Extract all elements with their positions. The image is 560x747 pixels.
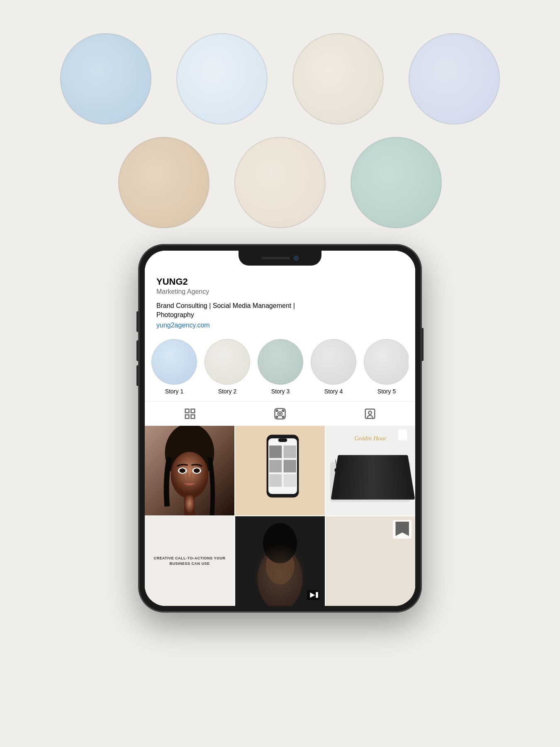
speaker-grill [261, 257, 290, 259]
highlight-story-3[interactable]: Story 3 [258, 339, 303, 395]
svg-rect-34 [335, 476, 407, 480]
phone-mockup-section: YUNG2 Marketing Agency Brand Consulting … [0, 245, 560, 612]
svg-point-15 [171, 452, 209, 498]
highlight-label-1: Story 1 [165, 388, 183, 395]
highlight-circle-3 [258, 339, 303, 385]
highlight-label-2: Story 2 [218, 388, 236, 395]
swatch-mint[interactable] [351, 137, 442, 228]
svg-text:Goldin Hour: Goldin Hour [354, 435, 387, 441]
grid-cell-face[interactable] [145, 426, 234, 515]
svg-line-41 [354, 457, 355, 468]
tab-grid[interactable] [184, 408, 196, 420]
svg-line-39 [345, 457, 346, 468]
profile-username: YUNG2 [156, 276, 404, 287]
highlights-row: Story 1 Story 2 Story 3 Story 4 [151, 339, 409, 395]
highlight-story-1[interactable]: Story 1 [151, 339, 197, 395]
svg-line-38 [340, 458, 341, 469]
grid-cell-phone-mockup[interactable] [235, 426, 325, 515]
svg-rect-33 [335, 468, 407, 472]
grid-cell-neutral[interactable] [326, 516, 415, 606]
svg-point-12 [369, 411, 372, 415]
svg-line-48 [386, 457, 387, 468]
highlight-label-5: Story 5 [377, 388, 396, 395]
profile-bio: Brand Consulting | Social Media Manageme… [156, 301, 404, 320]
highlight-circle-4 [311, 339, 356, 385]
phone-notch [239, 251, 321, 266]
swatch-beige[interactable] [118, 137, 209, 228]
front-camera [294, 256, 299, 261]
svg-rect-35 [335, 483, 407, 487]
highlight-story-5[interactable]: Story 5 [364, 339, 409, 395]
swatch-light-blue[interactable] [60, 33, 151, 124]
svg-rect-3 [191, 415, 195, 418]
tab-reels[interactable] [274, 408, 286, 420]
svg-line-50 [395, 459, 396, 469]
svg-rect-32 [330, 461, 411, 502]
highlight-story-2[interactable]: Story 2 [205, 339, 250, 395]
swatch-pale-blue[interactable] [176, 33, 268, 124]
svg-rect-29 [269, 474, 282, 486]
svg-point-56 [265, 547, 294, 584]
swatches-row-2 [118, 137, 442, 228]
swatch-cream[interactable] [292, 33, 384, 124]
svg-point-10 [282, 416, 284, 417]
grid-cell-dark-portrait[interactable] [235, 516, 325, 606]
svg-line-49 [391, 458, 392, 469]
highlight-circle-1 [151, 339, 197, 385]
story-highlights: Story 1 Story 2 Story 3 Story 4 [145, 329, 415, 401]
svg-rect-60 [316, 592, 318, 598]
swatches-row-1 [60, 33, 500, 124]
svg-rect-26 [284, 445, 296, 458]
profile-category: Marketing Agency [156, 288, 404, 295]
svg-rect-20 [184, 495, 195, 515]
svg-point-57 [263, 523, 297, 563]
color-swatches-section [0, 0, 560, 228]
svg-rect-24 [278, 438, 287, 442]
svg-line-51 [399, 461, 401, 468]
cta-text: CREATIVE CALL-TO-ACTIONS YOUR BUSINESS C… [151, 556, 228, 566]
svg-rect-25 [269, 445, 282, 458]
highlight-label-3: Story 3 [271, 388, 290, 395]
grid-cell-lashes[interactable]: Goldin Hour [326, 426, 415, 515]
svg-rect-0 [185, 409, 189, 413]
phone-frame: YUNG2 Marketing Agency Brand Consulting … [139, 245, 421, 612]
grid-cell-cta[interactable]: CREATIVE CALL-TO-ACTIONS YOUR BUSINESS C… [145, 516, 234, 606]
svg-rect-27 [269, 460, 282, 472]
highlight-story-4[interactable]: Story 4 [311, 339, 356, 395]
svg-point-8 [282, 410, 284, 411]
svg-point-6 [280, 413, 281, 415]
svg-point-18 [179, 468, 185, 473]
profile-link[interactable]: yung2agency.com [156, 322, 404, 329]
swatch-lavender[interactable] [409, 33, 500, 124]
svg-point-7 [276, 410, 278, 411]
highlight-label-4: Story 4 [324, 388, 343, 395]
tab-tagged[interactable] [364, 408, 376, 420]
svg-rect-36 [335, 491, 407, 495]
svg-rect-1 [191, 409, 195, 413]
phone-screen: YUNG2 Marketing Agency Brand Consulting … [145, 251, 415, 606]
swatch-pale-cream[interactable] [234, 137, 326, 228]
svg-point-9 [276, 416, 278, 417]
svg-line-40 [349, 456, 350, 468]
highlight-circle-2 [205, 339, 250, 385]
svg-rect-30 [284, 474, 296, 486]
svg-rect-2 [185, 415, 189, 418]
svg-point-55 [258, 547, 302, 605]
photo-grid: Goldin Hour CREATIVE CALL-TO-ACTIONS YOU… [145, 426, 415, 606]
svg-line-46 [377, 457, 377, 468]
highlight-circle-5 [364, 339, 409, 385]
svg-line-42 [359, 458, 359, 469]
svg-rect-28 [284, 460, 296, 472]
profile-tab-bar [145, 401, 415, 426]
svg-point-19 [194, 468, 200, 473]
svg-line-47 [382, 456, 382, 468]
